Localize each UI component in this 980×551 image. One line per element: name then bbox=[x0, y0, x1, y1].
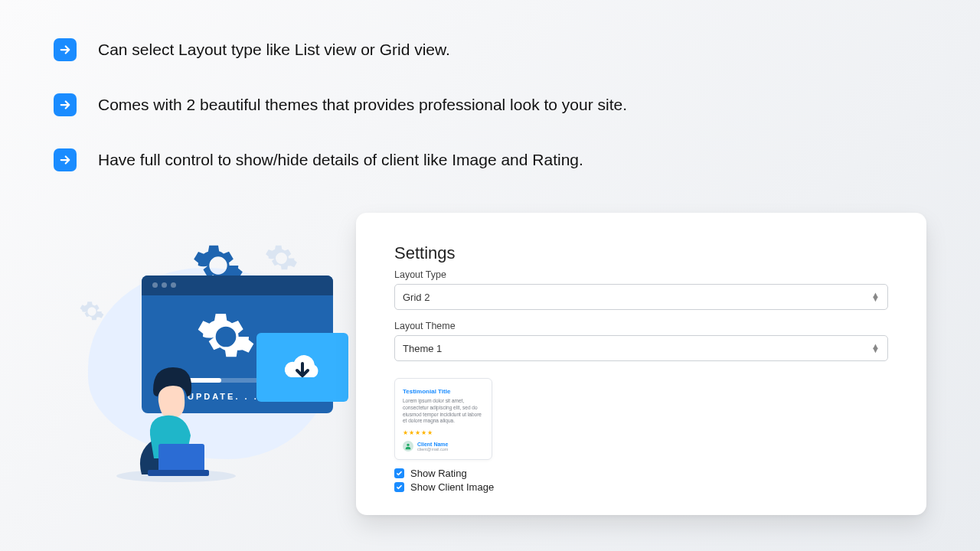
preview-client-email: client@mail.com bbox=[417, 447, 448, 452]
layout-theme-value: Theme 1 bbox=[403, 343, 442, 354]
checkbox-checked-icon bbox=[394, 468, 404, 478]
show-rating-checkbox[interactable]: Show Rating bbox=[394, 468, 888, 479]
svg-point-3 bbox=[407, 444, 409, 446]
arrow-right-icon bbox=[54, 93, 77, 116]
show-client-image-checkbox[interactable]: Show Client Image bbox=[394, 481, 888, 493]
layout-type-select[interactable]: Grid 2 ▲▼ bbox=[394, 284, 888, 310]
layout-type-value: Grid 2 bbox=[403, 292, 430, 303]
preview-body: Lorem ipsum dolor sit amet, consectetur … bbox=[403, 398, 484, 425]
show-client-image-label: Show Client Image bbox=[410, 481, 494, 493]
select-sort-icon: ▲▼ bbox=[871, 293, 880, 301]
layout-theme-label: Layout Theme bbox=[394, 321, 888, 331]
show-rating-label: Show Rating bbox=[410, 468, 467, 479]
layout-type-label: Layout Type bbox=[394, 269, 888, 280]
svg-rect-1 bbox=[158, 444, 204, 473]
feature-item: Can select Layout type like List view or… bbox=[54, 38, 934, 61]
select-sort-icon: ▲▼ bbox=[871, 344, 880, 352]
preview-title: Testimonial Title bbox=[403, 388, 484, 395]
layout-theme-select[interactable]: Theme 1 ▲▼ bbox=[394, 335, 888, 361]
person-laptop-icon bbox=[111, 360, 241, 482]
feature-item: Comes with 2 beautiful themes that provi… bbox=[54, 93, 934, 116]
avatar-icon bbox=[403, 441, 413, 452]
svg-rect-2 bbox=[148, 470, 209, 476]
settings-title: Settings bbox=[394, 243, 888, 263]
arrow-right-icon bbox=[54, 38, 77, 61]
feature-item: Have full control to show/hide details o… bbox=[54, 148, 934, 171]
cloud-download-icon bbox=[256, 333, 348, 402]
feature-text: Have full control to show/hide details o… bbox=[98, 151, 583, 169]
feature-text: Can select Layout type like List view or… bbox=[98, 41, 450, 59]
checkbox-checked-icon bbox=[394, 482, 404, 492]
gear-icon bbox=[195, 306, 256, 367]
settings-panel: Settings Layout Type Grid 2 ▲▼ Layout Th… bbox=[356, 213, 926, 515]
preview-client-name: Client Name bbox=[417, 442, 448, 447]
arrow-right-icon bbox=[54, 148, 77, 171]
feature-list: Can select Layout type like List view or… bbox=[54, 38, 934, 204]
feature-text: Comes with 2 beautiful themes that provi… bbox=[98, 96, 627, 114]
settings-illustration: UPDATE. . . . bbox=[73, 245, 333, 482]
star-rating-icon: ★★★★★ bbox=[403, 429, 484, 436]
theme-preview-card: Testimonial Title Lorem ipsum dolor sit … bbox=[394, 378, 492, 460]
